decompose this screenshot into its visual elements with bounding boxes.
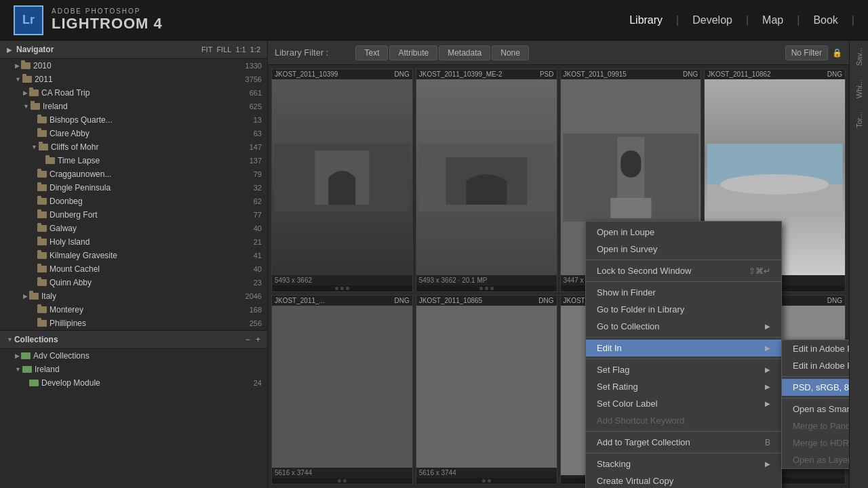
folder-icon	[37, 306, 47, 313]
folder-2011[interactable]: ▼ 2011 3756	[0, 73, 267, 86]
menu-go-to-folder[interactable]: Go to Folder in Library	[586, 301, 781, 318]
menu-open-survey[interactable]: Open in Survey	[586, 241, 781, 258]
filter-none-btn[interactable]: None	[492, 45, 529, 60]
nav-library[interactable]: Library	[629, 14, 663, 26]
folder-italy[interactable]: ▶ Italy 2046	[0, 289, 267, 303]
menu-item-label: Show in Finder	[597, 287, 656, 298]
folder-mount-cachel[interactable]: ▶ Mount Cachel 40	[0, 262, 267, 276]
menu-edit-in[interactable]: Edit In ▶ Edit in Adobe Photoshop CS5.1.…	[586, 340, 781, 357]
photo-cell-1[interactable]: JKOST_2011_10399 DNG 5493 x 3662	[271, 68, 413, 292]
folder-holy-island[interactable]: ▶ Holy Island 21	[0, 235, 267, 249]
folder-count: 62	[254, 197, 267, 205]
folder-label: Holy Island	[50, 237, 90, 247]
svg-rect-6	[620, 150, 641, 178]
collection-develop-module[interactable]: ▶ Develop Module 24	[0, 376, 267, 390]
menu-open-loupe[interactable]: Open in Loupe	[586, 224, 781, 241]
menu-set-rating[interactable]: Set Rating ▶	[586, 378, 781, 395]
menu-item-label: Go to Folder in Library	[597, 304, 684, 314]
filter-text-btn[interactable]: Text	[355, 45, 388, 60]
lock-icon[interactable]: 🔒	[832, 48, 842, 58]
zoom-fill[interactable]: FILL	[216, 45, 231, 54]
collection-icon	[21, 352, 31, 359]
collection-icon	[22, 366, 32, 373]
submenu-item-label: Edit in Adobe Photoshop CS5.1.app...	[793, 361, 849, 371]
folder-icon	[21, 62, 31, 69]
folder-ca-road-trip[interactable]: ▶ CA Road Trip 661	[0, 86, 267, 100]
menu-show-finder[interactable]: Show in Finder	[586, 284, 781, 301]
filter-none-control: No Filter 🔒	[785, 45, 842, 60]
collection-item-icon	[29, 380, 39, 386]
triangle-icon: ▼	[31, 144, 37, 150]
zoom-1-1[interactable]: 1:1	[235, 45, 245, 54]
menu-set-color-label[interactable]: Set Color Label ▶	[586, 395, 781, 412]
collection-ireland[interactable]: ▼ Ireland	[0, 363, 267, 376]
nav-book[interactable]: Book	[813, 14, 837, 26]
collections-minus[interactable]: −	[245, 335, 250, 344]
folder-icon	[37, 171, 47, 178]
folder-monterey[interactable]: ▶ Monterey 168	[0, 303, 267, 317]
folder-count: 21	[254, 238, 267, 246]
folder-doonbeg[interactable]: ▶ Doonbeg 62	[0, 195, 267, 208]
folder-label: 2010	[33, 61, 52, 70]
collection-adv-collections[interactable]: ▶ Adv Collections	[0, 349, 267, 363]
submenu-arrow-icon: ▶	[765, 323, 770, 330]
menu-add-to-collection[interactable]: Add to Target Collection B	[586, 434, 781, 451]
folder-icon	[37, 279, 47, 286]
folder-bishops-quarte[interactable]: ▶ Bishops Quarte... 13	[0, 113, 267, 127]
menu-create-virtual-copy[interactable]: Create Virtual Copy	[586, 472, 781, 488]
zoom-1-2[interactable]: 1:2	[250, 45, 260, 54]
folder-galway[interactable]: ▶ Galway 40	[0, 222, 267, 235]
submenu-open-smart-object[interactable]: Open as Smart Object in Photoshop...	[782, 401, 849, 418]
submenu-edit-photoshop[interactable]: Edit in Adobe Photoshop CS5.1...	[782, 340, 849, 357]
folder-label: CA Road Trip	[41, 88, 90, 98]
zoom-fit[interactable]: FIT	[201, 45, 213, 54]
folder-count: 256	[250, 319, 267, 327]
svg-point-10	[721, 174, 829, 195]
filter-attribute-btn[interactable]: Attribute	[389, 45, 437, 60]
folder-kilmaley[interactable]: ▶ Kilmaley Gravesite 41	[0, 249, 267, 262]
filter-dropdown[interactable]: No Filter	[785, 45, 828, 60]
folder-label: Kilmaley Gravesite	[50, 251, 117, 260]
app-title: LIGHTROOM 4	[52, 15, 163, 33]
menu-set-flag[interactable]: Set Flag ▶	[586, 361, 781, 378]
folder-count: 40	[254, 224, 267, 232]
photo-image-2	[416, 79, 557, 275]
collections-plus[interactable]: +	[256, 335, 260, 344]
menu-go-to-collection[interactable]: Go to Collection ▶	[586, 318, 781, 335]
folder-ireland[interactable]: ▼ Ireland 625	[0, 100, 267, 113]
photo-header: JKOST_2011_10862 DNG	[705, 69, 845, 79]
folder-label: Quinn Abby	[50, 278, 92, 287]
photo-image-6	[416, 306, 557, 468]
photo-cell-5[interactable]: JKOST_2011_... DNG 5616 x 3744	[271, 295, 413, 485]
right-panel-save-label[interactable]: Sav...	[855, 47, 863, 66]
right-panel-hist-label[interactable]: Whi...	[855, 79, 863, 98]
submenu-separator	[782, 376, 849, 377]
folder-dingle[interactable]: ▶ Dingle Peninsula 32	[0, 181, 267, 195]
folder-dunberg-fort[interactable]: ▶ Dunberg Fort 77	[0, 208, 267, 222]
menu-item-label: Add Shortcut Keyword	[597, 415, 684, 426]
right-panel-tor-label[interactable]: Tor...	[855, 112, 863, 128]
submenu-edit-photoshop-app[interactable]: Edit in Adobe Photoshop CS5.1.app...	[782, 357, 849, 374]
folder-label: Bishops Quarte...	[50, 115, 113, 125]
folder-phillipines[interactable]: ▶ Phillipines 256	[0, 317, 267, 330]
photo-cell-6[interactable]: JKOST_2011_10865 DNG 5616 x 3744	[416, 295, 557, 485]
menu-stacking[interactable]: Stacking ▶	[586, 455, 781, 472]
menu-item-label: Add to Target Collection	[597, 437, 690, 447]
library-filter-label: Library Filter :	[275, 47, 328, 58]
filter-metadata-btn[interactable]: Metadata	[439, 45, 490, 60]
collections-collapse-arrow[interactable]: ▼	[7, 336, 13, 343]
photo-cell-2[interactable]: JKOST_2011_10399_ME-2 PSD 5493 x 3662 · …	[416, 68, 557, 292]
folder-count: 661	[250, 89, 267, 97]
submenu-psd-srgb[interactable]: PSD, sRGB, 8 bit	[782, 379, 849, 396]
folder-time-lapse[interactable]: ▶ Time Lapse 137	[0, 154, 267, 167]
folder-quinn-abby[interactable]: ▶ Quinn Abby 23	[0, 276, 267, 289]
folder-craggaunowen[interactable]: ▶ Craggaunowen... 79	[0, 167, 267, 181]
nav-develop[interactable]: Develop	[692, 14, 732, 26]
menu-lock-second-window[interactable]: Lock to Second Window ⇧⌘↵	[586, 262, 781, 279]
folder-2010[interactable]: ▶ 2010 1330	[0, 59, 267, 73]
folder-cliffs-mohr[interactable]: ▼ Cliffs of Mohr 147	[0, 140, 267, 154]
nav-map[interactable]: Map	[762, 14, 783, 26]
navigator-collapse-arrow[interactable]: ▶	[7, 46, 12, 54]
folder-clare-abby[interactable]: ▶ Clare Abby 63	[0, 127, 267, 140]
menu-item-label: Create Virtual Copy	[597, 476, 673, 486]
